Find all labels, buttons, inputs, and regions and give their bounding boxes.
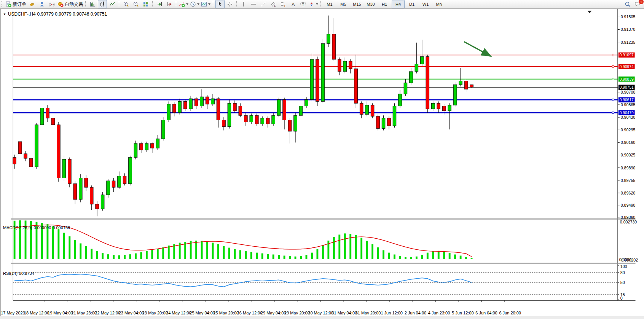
candle	[40, 108, 44, 125]
candle	[277, 100, 281, 116]
candle	[442, 106, 446, 111]
line-handle[interactable]	[612, 54, 614, 56]
macd-histogram-bar	[427, 253, 429, 259]
text-button[interactable]: A	[289, 0, 298, 8]
metaquotes-horn-button[interactable]	[27, 0, 37, 8]
macd-axis-max: 0.002739	[620, 220, 637, 224]
text-label-button[interactable]: T	[298, 0, 308, 8]
price-line-label: 0.90617	[620, 98, 634, 102]
macd-histogram-bar	[284, 256, 285, 259]
bar-chart-button[interactable]	[88, 0, 97, 8]
zoom-in-button[interactable]	[121, 0, 131, 8]
line-chart-button[interactable]	[108, 0, 117, 8]
macd-main-value: 0.000090	[33, 225, 51, 230]
timeframe-button-w1[interactable]: W1	[419, 0, 432, 8]
timeframe-button-m5[interactable]: M5	[337, 0, 350, 8]
timeframe-button-d1[interactable]: D1	[405, 0, 418, 8]
candle	[272, 115, 275, 124]
annotation-arrow[interactable]	[464, 41, 490, 56]
macd-histogram-bar	[267, 254, 269, 259]
line-handle[interactable]	[612, 78, 614, 80]
signal-waves-icon	[49, 1, 55, 7]
macd-histogram-bar	[234, 249, 236, 259]
macd-signal-line	[14, 225, 472, 257]
arrows-button[interactable]	[308, 0, 319, 8]
timeframe-button-m1[interactable]: M1	[323, 0, 336, 8]
macd-histogram-bar	[355, 235, 357, 259]
notification-badge: 1	[638, 0, 644, 5]
time-axis-label: 5 Jun 12:00	[452, 311, 474, 315]
price-tick-label: 0.90700	[621, 90, 636, 94]
macd-histogram-bar	[443, 252, 445, 259]
vertical-line-button[interactable]	[239, 0, 248, 8]
macd-histogram-bar	[311, 253, 313, 259]
horizontal-line-icon	[250, 1, 257, 7]
price-tick-label: 0.89490	[621, 203, 636, 207]
trendline-button[interactable]	[259, 0, 268, 8]
line-handle[interactable]	[612, 99, 614, 101]
toolbar-separator	[176, 1, 177, 7]
timeframe-button-m15[interactable]: M15	[351, 0, 363, 8]
tile-windows-button[interactable]	[141, 0, 150, 8]
search-button[interactable]	[623, 0, 632, 8]
chart-plot[interactable]: 0.915050.913700.912350.907000.905650.904…	[1, 9, 644, 316]
indicators-button[interactable]	[179, 0, 189, 8]
price-tick-label: 0.90160	[621, 140, 636, 145]
line-chart-icon	[109, 1, 115, 7]
macd-histogram-bar	[146, 251, 148, 259]
price-tick-label: 0.90430	[621, 115, 636, 120]
price-tick-label: 0.91370	[621, 27, 636, 32]
zoom-out-button[interactable]	[131, 0, 140, 8]
zoom-in-icon	[123, 1, 129, 7]
timeframe-button-h1[interactable]: H1	[378, 0, 391, 8]
candle	[371, 105, 374, 116]
price-tick-label: 0.90295	[621, 128, 636, 132]
equidistant-channel-button[interactable]: E	[269, 0, 278, 8]
macd-histogram-bar	[471, 258, 473, 259]
arrows-icon	[309, 1, 315, 7]
macd-histogram-bar	[74, 240, 76, 259]
macd-histogram-bar	[371, 244, 373, 259]
macd-histogram-bar	[306, 255, 308, 259]
notifications-button[interactable]: 1	[633, 0, 642, 8]
candle	[305, 100, 308, 106]
horizontal-line-button[interactable]	[249, 0, 258, 8]
periods-button[interactable]	[190, 0, 200, 8]
templates-button[interactable]	[201, 0, 211, 8]
fibonacci-button[interactable]: F	[279, 0, 288, 8]
macd-histogram-bar	[295, 257, 296, 259]
candle	[161, 120, 165, 139]
cursor-button[interactable]	[215, 0, 225, 8]
collapse-triangle-icon[interactable]: ▼	[3, 13, 6, 16]
candle	[382, 118, 385, 129]
candle	[316, 59, 319, 101]
auto-trading-button[interactable]: 自动交易	[57, 0, 83, 8]
macd-histogram-bar	[449, 253, 451, 259]
candle	[349, 61, 352, 69]
candle	[51, 118, 55, 125]
chart-shift-button[interactable]	[165, 0, 174, 8]
timeframe-button-mn[interactable]: MN	[433, 0, 446, 8]
timeframe-button-m30[interactable]: M30	[364, 0, 377, 8]
timeframe-button-h4[interactable]: H4	[392, 0, 405, 8]
candle	[464, 81, 468, 89]
candle	[24, 154, 27, 158]
channel-icon: E	[270, 1, 276, 7]
line-handle[interactable]	[612, 112, 614, 114]
macd-histogram-bar	[80, 243, 81, 259]
candle	[415, 64, 418, 72]
chart-window[interactable]: 0.915050.913700.912350.907000.905650.904…	[0, 9, 644, 316]
chart-shift-marker-icon[interactable]	[587, 11, 592, 13]
dropdown-caret-icon	[186, 3, 188, 5]
macd-histogram-bar	[250, 252, 252, 259]
new-order-button[interactable]: 新订单	[5, 0, 27, 8]
signals-button[interactable]	[47, 0, 56, 8]
auto-scroll-button[interactable]	[155, 0, 164, 8]
line-handle[interactable]	[612, 65, 614, 67]
market-button[interactable]	[37, 0, 46, 8]
price-tick-label: 0.89360	[621, 215, 636, 220]
text-icon: A	[290, 1, 296, 7]
crosshair-button[interactable]	[225, 0, 234, 8]
candlestick-chart-button[interactable]	[98, 0, 107, 8]
macd-histogram-bar	[96, 251, 98, 259]
